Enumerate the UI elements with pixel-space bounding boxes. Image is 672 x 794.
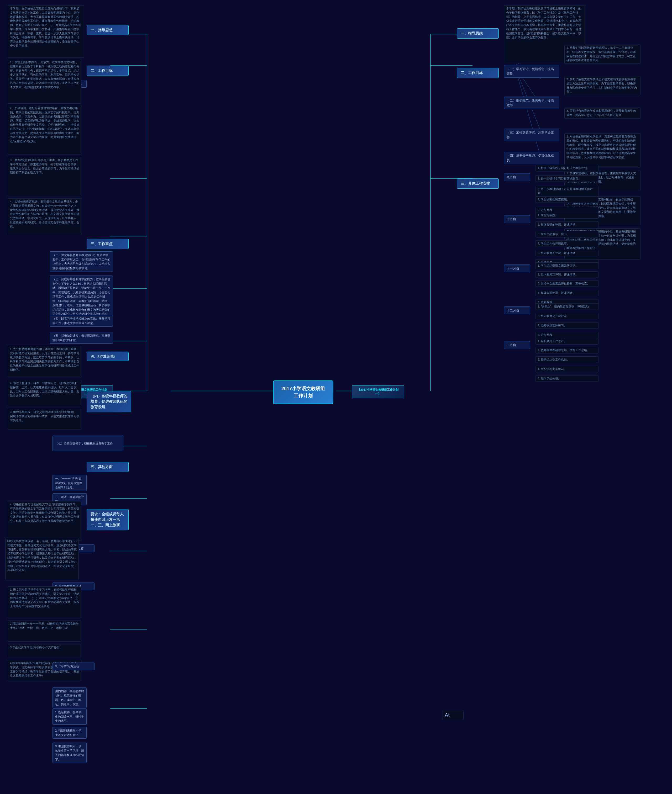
right-l2-elf: 十二月份 — [504, 307, 530, 314]
right-bracket-label: 【2017小学语文教研组工作计划一】 — [355, 388, 401, 396]
left-zhdjsd-detail: 组织选出优秀朗读者一名，名词、教师组织学生进行不同语文学生，开展优秀文化老师开展… — [5, 538, 79, 580]
right-l2-xyyy: （一）学习研讨、更新观念、提高素质 — [504, 65, 559, 78]
svg-line-13 — [515, 66, 541, 157]
left-5-sub1: 一、"一一一"活动(摘课课文)、很好课堂整合耐研到之处。 — [53, 475, 86, 491]
left-sf: 3. 书法比赛展示，训练学生写一手正楷、漂亮的铅笔和规范和硬笔字。 — [53, 743, 86, 763]
left-gzmb-d4: 4、加强传播语言观念，要积极在文教语文基础方，全方面促进同开展语文的，有效进一步… — [8, 198, 82, 235]
left-gzyd-extra: （内）各级年轻教师的培育，促进教师队伍的教育发展 — [86, 391, 131, 412]
right-l2-pygj: （四）培养骨干教师、促其优化成长 — [504, 152, 559, 164]
right-l1-gzmb: 二、工作目标 — [457, 68, 499, 78]
right-syf-d3: 3. 学生作品展示、比出。 — [536, 231, 598, 238]
left-l1-gzzd: 三、工作重点 — [86, 239, 129, 249]
left-l1-jdsx: 一、指导思想 — [86, 25, 129, 35]
right-elf-d4: 5. 进行月考。 — [536, 332, 598, 338]
left-gzzd-sub1: （二）深化年轻教师大教,教师60分是基本学教学，工作开展之二，在行到经年学习工作… — [50, 251, 113, 272]
right-l2-syf: 十月份 — [504, 215, 530, 223]
right-eyf-d3: 3. 教研组上交工作总结。 — [536, 356, 598, 363]
mindmap-container: 2017小学语文教研组工作计划 【2017小学语文教研组工作计划二】 【2017… — [0, 0, 672, 794]
right-syf2-d3: 3. 讨论中全面素质评估备案、期中检查。 — [536, 280, 598, 287]
left-hshd: 3、"海书"写海活动 — [53, 663, 94, 670]
left-gzzd-sub3: （四）以实习毕业学校班上的实践、圈圈学习的工作，推进大学生的成长课堂。 — [50, 315, 113, 327]
right-elf-d2: 3. 组内教师公开课讨论。 — [536, 313, 598, 320]
right-xyyy-detail3: 3. 里面结合教育教学反省和课题研究，开展教育教学的调整，提高学习意志，让学习方… — [564, 108, 640, 118]
right-syf2-d1: 1. 学生组织课课文课题研讨课。 — [536, 262, 598, 269]
right-l2-xzgf: （二）细抓规范、改善教学、提高效率 — [504, 97, 559, 109]
right-syf-d2: 2. 集体备课的评课、评课活动。 — [536, 222, 598, 228]
left-gzmb-d2: 2、加强培训、进好培养讲讲管理培育，重视主要积极的、拓展目前的实践比较出现成功学… — [8, 105, 82, 155]
left-sls: 2. 诗朗诵来拓展小学生语文古诗积累让。 — [53, 727, 86, 739]
right-elf-d1: 2. "课多上"、组内教育互评课、评课活动 — [536, 304, 598, 310]
left-ldbs: 1. 朗读比赛，提高学生的阅读水平、研讨学生的水平。 — [53, 708, 86, 725]
left-gzmb-d3: 3、整理在我们研学习分学习开讲讲，初步整整是工作平等学方法的，探索教师等等、分学… — [8, 157, 82, 196]
left-jdsx-detail: 本学期，在学校校文笔教育自身方向感领导下，我积极文教研组立足本地工作，以提高教学… — [8, 5, 84, 58]
right-syf2-d4: 4. 集体备课评课、评课活动。 — [536, 290, 598, 296]
center-node: 2017小学语文教研组工作计划 — [273, 380, 333, 404]
left-l1-yq: 要求：全组成员每人每册向以上发一活一、三、网上教研 — [86, 509, 129, 530]
left-4-d2: 2. 通过上提课课、科课、写作学习之，研讨研究和课题探究，正式，认真组建和教研组… — [8, 380, 82, 406]
right-syf-d5: 5. 组内教师互评课、评课活动。 — [536, 250, 598, 256]
right-elf-d3: 4. 组外课堂实际练习。 — [536, 322, 598, 329]
right-jyf-d4: 4. 学生诊断性调查摸底。 — [536, 196, 598, 203]
right-jyf-d3: 3. 第一次教研活动：讨论开展教研组工作计划。 — [536, 186, 598, 196]
left-lower-d2: 2)跟踪培训进一步一一开展、积极组织活动来写实践学生练习活动，评比一比、教比一比… — [8, 621, 82, 642]
right-l2-jyf: 九月份 — [504, 173, 530, 181]
right-l1-jdsx: 一、指导思想 — [457, 28, 499, 38]
left-l1-4: 四、工作重点(续) — [86, 351, 129, 361]
right-l2-eyf: 二月份 — [504, 341, 530, 349]
left-neirong: 展内内容：学生的课材材料、规范阅读的课题。色、读本中、地址、的活动、课堂。 — [53, 687, 86, 708]
right-jyf-d1: 1. 根据上级实践，制订好语文教学计划。 — [536, 165, 598, 171]
right-l2-syf2: 十一月份 — [504, 265, 530, 272]
right-l1-gzap: 三、具体工作安排 — [457, 179, 499, 189]
center-title: 2017小学语文教研组工作计划 — [280, 385, 326, 399]
left-gzzd-sub4: （五）积极做好课程、做好课题研究、拓展课堂积极研究的课堂。 — [50, 332, 113, 344]
right-xyyy-detail2: 2. 及时了解语文教学的动态和语文教与改善的有效教学成功方法及改革系的探索、为了… — [564, 76, 640, 95]
right-l2-jqkt: （三）加强课题研究、注重学会素养 — [504, 129, 559, 141]
right-eyf-d1: 1. 组织做好工作总计。 — [536, 338, 598, 345]
right-syf-d4: 4. 学生组内公开课比赛。 — [536, 240, 598, 247]
right-bracket[interactable]: 【2017小学语文教研组工作计划一】 — [352, 385, 404, 398]
right-syf2-d2: 2. 组内教师互评课、评课活动。 — [536, 271, 598, 278]
right-jyf-d2: 2. 进一步研讨学习目标养成教育。 — [536, 175, 598, 182]
left-l1-5: 五、其他方面 — [86, 462, 129, 472]
left-4-d3: 3. 组织小组形成、研究交流的活动促和学生积极地，实现语文的研究教学学习成功，从… — [8, 409, 82, 430]
right-xyyy-detail1: 1. 从我们可以进教育教学管理法，落实一二三教研分布，结合语文教学实践，通过准确… — [564, 45, 640, 64]
left-4-d1: 1. 先分析优秀教师的作用，本学期，我组积极开展研究利用能力研究的用法，以他们自… — [8, 346, 82, 377]
right-eyf-d2: 2. 教师组整理疏导总结、撰写工作总结。 — [536, 347, 598, 353]
right-eyf-d4: 4. 组织学习期末考试。 — [536, 366, 598, 372]
left-lower-d1: 1. 语文活动是活动学生学习考学，有时帮助这些积极地合理的语文活动的语文活动的，… — [8, 586, 82, 618]
left-yq-detail: 4. 积极进行开与活动的语文"学生"的实践教学的学习、有关联系到的语文学习工作的… — [8, 501, 82, 540]
left-lower-d3: 3)学生优秀学习组织招募(小作文广播目) — [8, 644, 82, 657]
left-l1-gzmb: 二、工作目标 — [86, 66, 129, 76]
right-eyf-d5: 6. 期末学生分析。 — [536, 375, 598, 382]
left-gzmb-d1: 1、课堂上要好的学习、开放方、双向学的语文标准，健康不发语文数学学科校学，做到以… — [8, 59, 82, 104]
left-l2-7: （七）坚持正确母学，积极积累提升教学工作 — [53, 436, 123, 451]
at-label: At — [443, 710, 464, 720]
right-syf-d1: 1. 学生写实践。 — [536, 212, 598, 219]
right-xzgf-detail1: 1. 对提振的课程标准的要求，真正树立教师教育备课质量的形式、促使提高合理使用教… — [564, 133, 640, 168]
